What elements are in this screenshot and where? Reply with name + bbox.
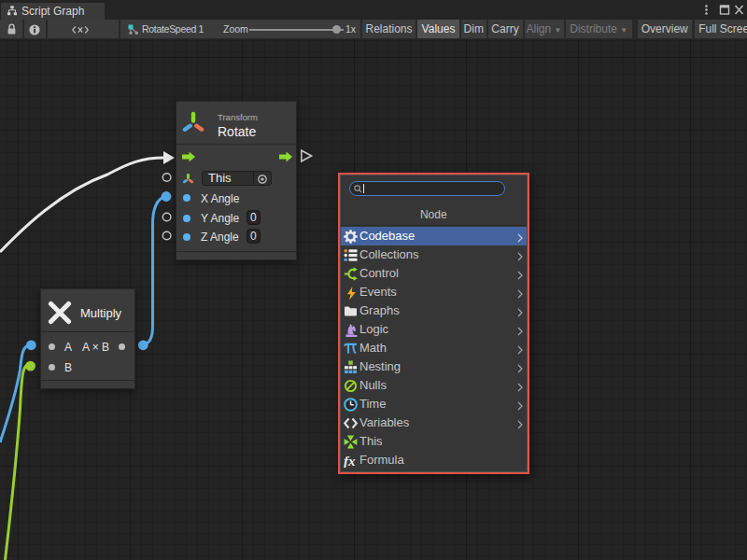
svg-text:fx: fx [344,454,356,468]
